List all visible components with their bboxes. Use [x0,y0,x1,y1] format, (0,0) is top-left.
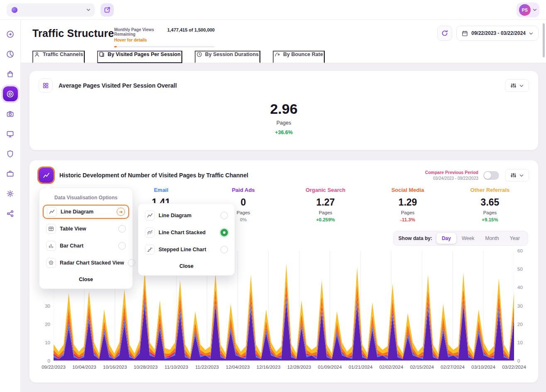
average-pages-value: 2.96 [270,101,297,117]
sidebar-item-products[interactable] [3,166,18,181]
channel-name: Paid Ads [202,187,284,193]
close-button[interactable]: Close [142,260,231,272]
chevron-down-icon [86,8,91,12]
sliders-icon [510,172,517,178]
menu-item-label: Radar Chart Stacked View [60,260,124,266]
line-chart-icon [43,172,50,179]
tab-traffic-channels[interactable]: Traffic Channels [32,51,85,63]
granularity-week[interactable]: Week [456,233,480,244]
radio-unchecked-icon [220,246,228,253]
granularity-day[interactable]: Day [436,233,456,244]
page-title: Traffic Structure [32,27,114,39]
radio-unchecked-icon [118,242,126,250]
date-range-picker[interactable]: 09/22/2023 - 03/22/2024 [456,26,539,41]
stepped-line-chart-icon [145,245,155,255]
table-icon [46,224,56,234]
share-network-icon [6,210,14,218]
menu-item-line-diagram[interactable]: Line Diagram [43,205,129,219]
sidebar-item-traffic[interactable] [3,86,18,101]
chevron-down-icon [533,8,537,12]
sidebar-item-store[interactable] [3,66,18,81]
sidebar-item-security[interactable] [3,146,18,161]
sidebar [0,20,21,392]
usage-label: Monthly Page Views Remaining [114,27,162,37]
usage-progress-bar [114,46,215,47]
avatar: PS [519,4,531,16]
camera-icon [6,110,14,118]
channel-unit: Pages [449,210,531,215]
workspace-selector[interactable] [7,3,95,17]
circle-arrow-icon [6,30,14,38]
briefcase-icon [6,170,14,178]
granularity-year[interactable]: Year [504,233,525,244]
sidebar-item-quick-actions[interactable] [3,27,18,42]
usage-meter: Monthly Page Views Remaining Hover for d… [114,27,215,47]
granularity-month[interactable]: Month [480,233,504,244]
menu-item-label: Stepped Line Chart [159,247,206,252]
card-title: Average Pages Visited Per Session Overal… [59,82,177,89]
monitor-icon [6,130,14,138]
tab-session-durations[interactable]: By Session Durations [195,51,260,63]
card-options-button[interactable] [505,169,529,181]
menu-item-label: Line Diagram [61,209,93,215]
menu-item-bar-chart[interactable]: Bar Chart [43,239,129,253]
calendar-icon [462,30,468,37]
pie-chart-icon [6,50,14,58]
compare-range: 03/24/2023 - 09/22/2023 [425,176,478,181]
show-data-by-control: Show data by: Day Week Month Year [393,231,528,246]
radar-chart-icon [46,258,56,268]
menu-item-label: Table View [60,226,86,232]
tab-visited-pages[interactable]: By Visited Pages Per Session [97,51,182,63]
menu-item-line-chart-stacked[interactable]: Line Chart Stacked [142,225,231,240]
refresh-button[interactable] [437,26,452,41]
account-menu[interactable]: PS [517,2,539,17]
menu-item-stepped-line-chart[interactable]: Stepped Line Chart [142,243,231,257]
pages-icon [99,51,105,57]
compare-toggle[interactable] [483,171,499,180]
target-icon [6,90,14,98]
sidebar-item-integrations[interactable] [3,206,18,221]
shield-icon [6,150,14,158]
sidebar-item-devices[interactable] [3,126,18,141]
date-range-value: 09/22/2023 - 03/22/2024 [471,30,526,36]
menu-item-line-diagram[interactable]: Line Diagram [142,208,231,223]
sidebar-item-settings[interactable] [3,186,18,201]
export-button[interactable] [100,3,114,17]
tab-bounce-rate[interactable]: By Bounce Rate [273,51,325,63]
channel-unit: Pages [284,210,367,215]
card-options-button[interactable] [505,79,529,92]
close-button[interactable]: Close [43,273,129,285]
compare-label: Compare Previous Period [425,170,478,175]
audience-icon [34,51,40,57]
stat-organic-search: Organic Search 1.27 Pages +0.259% [284,187,367,222]
dropdown-title: Data Visualisation Options [43,191,129,205]
stacked-line-chart-icon [145,228,155,238]
channel-change: +9.15% [449,217,531,222]
shopping-bag-icon [6,70,14,78]
arrow-right-icon [117,208,125,216]
sidebar-item-capture[interactable] [3,106,18,121]
bounce-icon [274,51,280,57]
usage-value: 1,477,415 of 1,500,000 [167,27,215,32]
channel-value: 1.29 [367,197,449,208]
channel-unit: Pages [367,210,449,215]
line-type-dropdown: Line Diagram Line Chart Stacked Stepped … [138,203,235,276]
line-chart-icon [47,207,57,217]
usage-progress-fill [114,46,117,47]
menu-item-radar-chart[interactable]: Radar Chart Stacked View [43,256,129,270]
average-pages-change: +36.6% [275,130,293,135]
refresh-icon [441,30,448,37]
menu-item-label: Bar Chart [60,243,83,249]
radio-unchecked-icon [220,212,228,219]
menu-item-label: Line Diagram [159,213,191,218]
menu-item-table-view[interactable]: Table View [43,222,129,236]
radio-checked-icon [220,229,228,236]
compare-previous-period: Compare Previous Period 03/24/2023 - 09/… [425,170,478,181]
tabs: Traffic Channels By Visited Pages Per Se… [32,51,325,63]
settings-gear-icon [6,190,14,198]
stat-other-referrals: Other Referrals 3.65 Pages +9.15% [449,187,531,222]
visualisation-options-button[interactable] [39,168,54,183]
sidebar-item-analytics[interactable] [3,47,18,61]
scrollbar-thumb[interactable] [543,23,545,57]
usage-details-link[interactable]: Hover for details [114,38,162,42]
